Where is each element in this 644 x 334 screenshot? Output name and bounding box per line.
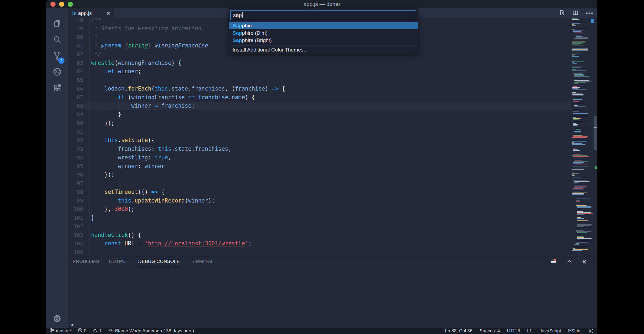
code-line[interactable]: 95 winner: winner	[68, 162, 571, 171]
code-line[interactable]: 96 });	[68, 171, 571, 179]
close-panel-icon[interactable]: ✕	[582, 259, 587, 265]
status-item-spaces-4[interactable]: Spaces: 4	[479, 328, 500, 334]
status-item-warning-triangle[interactable]: 1	[92, 328, 101, 334]
line-number[interactable]: 100	[68, 206, 83, 212]
line-number[interactable]: 78	[68, 18, 83, 23]
sidebar-item-explorer[interactable]	[46, 16, 68, 32]
line-number[interactable]: 96	[68, 171, 83, 178]
line-number[interactable]: 94	[68, 154, 83, 161]
code-line[interactable]: 98 setTimeout(() => {	[68, 188, 571, 196]
editor-scrollbar[interactable]	[594, 18, 597, 256]
line-number[interactable]: 86	[68, 85, 83, 92]
status-item-git-branch[interactable]: master*	[50, 328, 72, 334]
code-line[interactable]: 89 }	[68, 110, 571, 119]
theme-option[interactable]: Sapphire (Bright)	[229, 37, 418, 44]
line-number[interactable]: 85	[68, 77, 83, 83]
status-item-label: master*	[56, 328, 72, 334]
status-item-utf-8[interactable]: UTF-8	[507, 328, 520, 334]
line-number[interactable]: 80	[68, 34, 83, 40]
code-line[interactable]: 86 lodash.forEach(this.state.franchises,…	[68, 84, 571, 93]
theme-option[interactable]: Sapphire	[229, 22, 418, 29]
code-line[interactable]: 104 const URL = 'http://localhost:3001/w…	[68, 239, 571, 248]
code-line[interactable]: 105	[68, 248, 571, 256]
code-text: }	[83, 214, 94, 221]
panel-tab-problems[interactable]: PROBLEMS	[73, 259, 99, 265]
theme-option[interactable]: Sapphire (Dim)	[229, 29, 418, 37]
debug-console-input[interactable]: >	[68, 321, 597, 328]
sidebar-item-search[interactable]	[46, 33, 68, 48]
status-item-ln-88-col-36[interactable]: Ln 88, Col 36	[445, 328, 472, 334]
status-item-eslint[interactable]: ESLint	[568, 328, 582, 334]
code-line[interactable]: 102	[68, 222, 571, 231]
editor-actions: •••	[559, 8, 594, 18]
code-line[interactable]: 92 this.setState({	[68, 136, 571, 145]
line-number[interactable]: 79	[68, 25, 83, 32]
more-actions-icon[interactable]: •••	[586, 12, 594, 15]
split-editor-icon[interactable]	[572, 9, 579, 17]
minimap-line	[572, 147, 576, 147]
panel-tab-debug-console[interactable]: DEBUG CONSOLE	[138, 259, 180, 265]
code-line[interactable]: 88 winner = franchise;	[68, 102, 571, 110]
line-number[interactable]: 98	[68, 189, 83, 195]
line-number[interactable]: 102	[68, 223, 83, 230]
smiley-feedback-icon[interactable]	[589, 329, 594, 333]
clear-console-icon[interactable]	[550, 258, 557, 266]
minimap-line	[577, 223, 587, 223]
status-item-commit[interactable]: Blame Wade Anderson ( 38 days ago )	[108, 328, 194, 334]
line-number[interactable]: 88	[68, 102, 83, 109]
install-themes-item[interactable]: Install Additional Color Themes...	[229, 46, 418, 54]
line-number[interactable]: 90	[68, 120, 83, 126]
minimap-line	[572, 23, 580, 24]
code-editor[interactable]: 78/**79 * Starts the wrestling animation…	[68, 18, 597, 256]
code-line[interactable]: 100 }, 3000);	[68, 205, 571, 214]
minimap-line	[572, 193, 584, 194]
line-number[interactable]: 97	[68, 180, 83, 187]
line-number[interactable]: 105	[68, 249, 83, 255]
minimap-line	[573, 97, 581, 97]
code-line[interactable]: 83wrestle(winningFranchise) {	[68, 59, 571, 67]
quick-input-field[interactable]: sap	[230, 10, 416, 20]
line-number[interactable]: 89	[68, 111, 83, 118]
code-line[interactable]: 91	[68, 127, 571, 136]
maximize-panel-icon[interactable]	[566, 258, 573, 266]
code-line[interactable]: 87 if (winningFranchise == franchise.nam…	[68, 93, 571, 102]
code-line[interactable]: 97	[68, 179, 571, 188]
code-line[interactable]: 103handleClick() {	[68, 231, 571, 239]
line-number[interactable]: 95	[68, 163, 83, 169]
minimap-line	[576, 200, 580, 201]
tab-appjs[interactable]: JS app.js ✕	[68, 8, 114, 18]
code-line[interactable]: 84 let winner;	[68, 67, 571, 76]
line-number[interactable]: 82	[68, 51, 83, 57]
line-number[interactable]: 92	[68, 137, 83, 143]
line-number[interactable]: 101	[68, 214, 83, 221]
status-item-lf[interactable]: LF	[527, 328, 533, 334]
minimap-line	[574, 38, 588, 39]
line-number[interactable]: 93	[68, 146, 83, 152]
line-number[interactable]: 103	[68, 232, 83, 238]
code-line[interactable]: 93 franchises: this.state.franchises,	[68, 144, 571, 153]
code-line[interactable]: 85	[68, 76, 571, 84]
line-number[interactable]: 87	[68, 94, 83, 101]
panel-tab-output[interactable]: OUTPUT	[109, 259, 128, 265]
code-line[interactable]: 90 });	[68, 119, 571, 127]
line-number[interactable]: 83	[68, 60, 83, 66]
sidebar-item-extensions[interactable]	[46, 81, 68, 97]
open-changes-icon[interactable]	[559, 9, 565, 17]
minimap[interactable]	[571, 18, 593, 256]
panel-tab-terminal[interactable]: TERMINAL	[189, 259, 214, 265]
status-item-error-circle[interactable]: 0	[78, 328, 86, 334]
scrollbar-thumb[interactable]	[594, 116, 597, 150]
code-line[interactable]: 99 this.updateWinRecord(winner);	[68, 196, 571, 205]
sidebar-item-debug[interactable]	[46, 65, 68, 80]
settings-gear-button[interactable]	[46, 311, 68, 327]
line-number[interactable]: 81	[68, 42, 83, 49]
code-line[interactable]: 101}	[68, 213, 571, 222]
line-number[interactable]: 84	[68, 68, 83, 75]
sidebar-item-source-control[interactable]: 2	[46, 49, 68, 64]
tab-close-icon[interactable]: ✕	[107, 11, 110, 16]
status-item-javascript[interactable]: JavaScript	[540, 328, 561, 334]
line-number[interactable]: 91	[68, 129, 83, 135]
line-number[interactable]: 104	[68, 240, 83, 247]
line-number[interactable]: 99	[68, 197, 83, 204]
code-line[interactable]: 94 wrestling: true,	[68, 153, 571, 162]
